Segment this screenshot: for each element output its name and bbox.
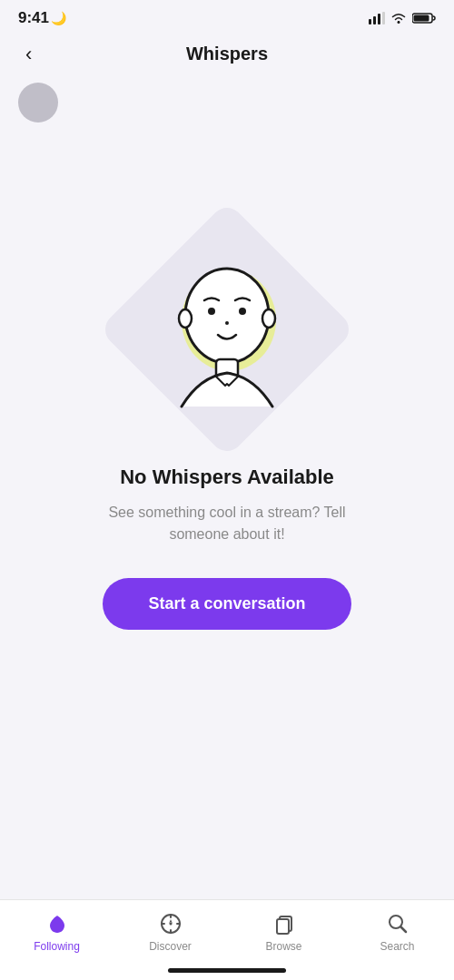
search-icon: [385, 911, 410, 936]
illustration: [118, 220, 336, 438]
start-conversation-button[interactable]: Start a conversation: [103, 578, 350, 630]
svg-point-4: [398, 21, 400, 24]
svg-rect-0: [369, 19, 371, 24]
svg-rect-1: [373, 16, 376, 24]
nav-item-following[interactable]: Following: [25, 911, 89, 953]
svg-line-20: [400, 927, 406, 933]
svg-rect-3: [382, 12, 385, 24]
following-label: Following: [34, 940, 80, 953]
battery-icon: [412, 12, 436, 24]
browse-label: Browse: [265, 940, 301, 953]
svg-rect-2: [378, 14, 380, 24]
status-bar: 9:41🌙: [0, 0, 454, 33]
svg-point-9: [179, 309, 192, 328]
empty-state-title: No Whispers Available: [120, 466, 334, 489]
avatar-area: [0, 75, 454, 130]
status-icons: [369, 12, 436, 24]
header: ‹ Whispers: [0, 33, 454, 75]
nav-item-discover[interactable]: Discover: [139, 911, 202, 953]
svg-point-13: [225, 321, 229, 325]
nav-item-search[interactable]: Search: [366, 911, 429, 953]
status-time: 9:41🌙: [18, 9, 66, 27]
svg-point-8: [185, 269, 269, 363]
svg-point-11: [208, 308, 215, 315]
discover-icon: [158, 911, 183, 936]
signal-icon: [369, 12, 385, 24]
browse-icon: [271, 911, 297, 936]
search-label: Search: [380, 940, 414, 953]
nav-item-browse[interactable]: Browse: [252, 911, 316, 953]
home-indicator: [168, 968, 286, 973]
character-svg: [154, 239, 300, 420]
discover-label: Discover: [149, 940, 192, 953]
page-title: Whispers: [186, 44, 268, 64]
svg-rect-18: [277, 919, 289, 934]
svg-point-10: [262, 309, 275, 328]
empty-state-subtitle: See something cool in a stream? Tell som…: [82, 502, 372, 545]
back-button[interactable]: ‹: [18, 39, 39, 70]
avatar[interactable]: [18, 83, 58, 122]
wifi-icon: [390, 12, 407, 24]
following-icon: [44, 911, 70, 936]
main-content: No Whispers Available See something cool…: [0, 184, 454, 648]
svg-rect-6: [414, 15, 429, 22]
svg-point-12: [239, 308, 246, 315]
